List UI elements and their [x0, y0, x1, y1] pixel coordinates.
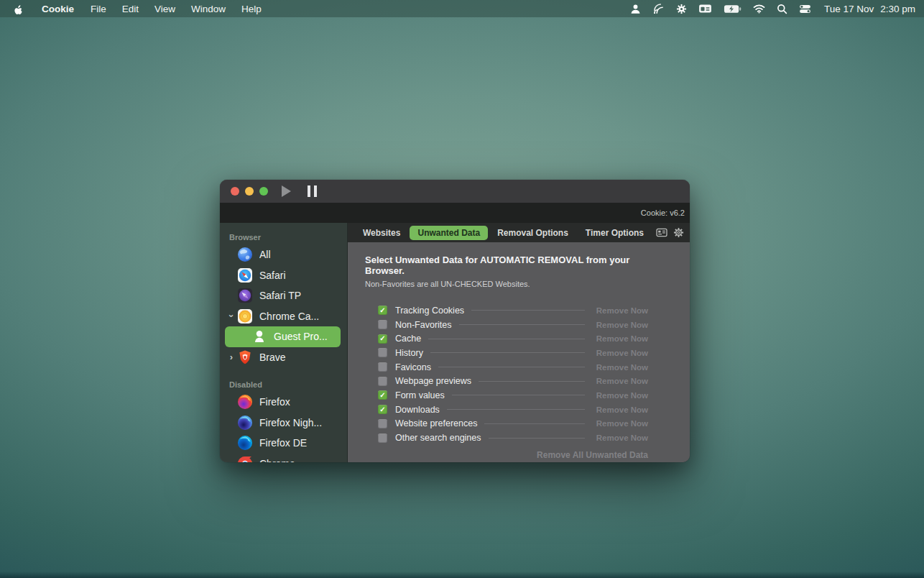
- sidebar-item-brave[interactable]: › Brave: [220, 347, 347, 368]
- checkbox[interactable]: [378, 434, 387, 443]
- menubar-clock[interactable]: Tue 17 Nov 2:30 pm: [817, 4, 915, 14]
- sidebar-item-chrome-partial[interactable]: Chrome: [220, 454, 347, 463]
- sidebar-item-firefox-nightly[interactable]: Firefox Nigh...: [220, 413, 347, 434]
- sidebar-item-safari-tp[interactable]: Safari TP: [220, 285, 347, 306]
- sidebar-item-label: Safari TP: [259, 290, 301, 301]
- sidebar-item-safari[interactable]: Safari: [220, 265, 347, 286]
- now-playing-icon[interactable]: [693, 0, 718, 17]
- row-label: History: [395, 348, 423, 358]
- menubar-left: Cookie File Edit View Window Help: [0, 0, 269, 17]
- tab-unwanted-data[interactable]: Unwanted Data: [410, 226, 488, 240]
- row-separator-line: [471, 310, 585, 311]
- row-separator-line: [438, 367, 585, 367]
- checkbox[interactable]: [378, 348, 387, 357]
- data-row-webpage-previews: Webpage previews Remove Now: [378, 374, 648, 388]
- checkbox[interactable]: [378, 377, 387, 386]
- play-icon[interactable]: [282, 185, 291, 197]
- remove-now-button[interactable]: Remove Now: [592, 306, 648, 315]
- sidebar-item-label: Guest Pro...: [274, 331, 328, 342]
- menubar-status-area: Tue 17 Nov 2:30 pm: [624, 0, 924, 17]
- remove-now-button[interactable]: Remove Now: [592, 434, 648, 442]
- checkbox[interactable]: [378, 362, 387, 372]
- sidebar-item-firefox-de[interactable]: Firefox DE: [220, 433, 347, 454]
- remove-now-button[interactable]: Remove Now: [592, 419, 648, 428]
- apple-icon: [14, 4, 23, 14]
- menu-view[interactable]: View: [147, 4, 183, 14]
- menu-file[interactable]: File: [83, 4, 114, 14]
- gear-icon[interactable]: [670, 0, 693, 17]
- remove-now-button[interactable]: Remove Now: [592, 405, 648, 414]
- row-label: Form values: [395, 390, 445, 400]
- tab-timer-options[interactable]: Timer Options: [578, 226, 652, 240]
- list-view-icon[interactable]: [656, 228, 667, 237]
- pause-icon[interactable]: [308, 185, 317, 197]
- remove-now-button[interactable]: Remove Now: [592, 363, 648, 372]
- data-row-non-favorites: Non-Favorites Remove Now: [378, 318, 648, 332]
- cookie-app-window: Cookie: v6.2 Browser All Safari: [220, 180, 690, 462]
- window-titlebar[interactable]: [220, 180, 690, 203]
- apple-menu[interactable]: [0, 4, 33, 14]
- sidebar-section-disabled: Disabled: [220, 378, 347, 392]
- clock-time: 2:30 pm: [880, 4, 915, 14]
- row-separator-line: [459, 324, 586, 325]
- remove-now-button[interactable]: Remove Now: [592, 334, 648, 343]
- sidebar-item-chrome-canary[interactable]: › Chrome Ca...: [220, 306, 347, 327]
- checkbox[interactable]: [378, 405, 387, 414]
- main-panel: Websites Unwanted Data Removal Options T…: [348, 223, 690, 462]
- row-label: Other search engines: [395, 433, 481, 443]
- data-row-downloads: Downloads Remove Now: [378, 403, 648, 417]
- row-label: Favicons: [395, 362, 431, 372]
- chevron-expanded-icon[interactable]: ›: [226, 312, 237, 321]
- control-center-icon[interactable]: [793, 0, 817, 17]
- sidebar-item-all[interactable]: All: [220, 244, 347, 265]
- checkbox[interactable]: [378, 419, 387, 428]
- sidebar-item-guest-profile[interactable]: Guest Pro...: [225, 326, 341, 347]
- data-row-other-search-engines: Other search engines Remove Now: [378, 431, 648, 445]
- checkbox[interactable]: [378, 390, 387, 400]
- remove-now-button[interactable]: Remove Now: [592, 321, 648, 329]
- data-row-website-preferences: Website preferences Remove Now: [378, 417, 648, 431]
- version-strip: Cookie: v6.2: [220, 203, 690, 223]
- tab-websites[interactable]: Websites: [355, 226, 408, 240]
- chrome-canary-icon: [237, 308, 253, 324]
- menu-edit[interactable]: Edit: [114, 4, 147, 14]
- panel-heading: Select Unwanted Data for AUTOMATIC REMOV…: [365, 254, 648, 276]
- checkbox[interactable]: [378, 320, 387, 329]
- row-label: Downloads: [395, 405, 440, 415]
- signal-waves-icon[interactable]: [647, 0, 670, 17]
- row-separator-line: [489, 438, 585, 439]
- remove-now-button[interactable]: Remove Now: [592, 349, 648, 357]
- user-icon[interactable]: [624, 0, 647, 17]
- settings-gear-icon[interactable]: [673, 227, 684, 238]
- data-row-cache: Cache Remove Now: [378, 331, 648, 346]
- tab-removal-options[interactable]: Removal Options: [489, 226, 576, 240]
- chrome-icon: [237, 456, 253, 462]
- row-separator-line: [428, 339, 585, 339]
- checkbox[interactable]: [378, 306, 387, 315]
- remove-now-button[interactable]: Remove Now: [592, 391, 648, 400]
- sidebar-item-label: Brave: [259, 352, 286, 363]
- firefox-nightly-icon: [237, 415, 253, 431]
- wifi-icon[interactable]: [747, 0, 771, 17]
- sidebar-item-firefox[interactable]: Firefox: [220, 392, 347, 413]
- search-icon[interactable]: [771, 0, 793, 17]
- battery-charging-icon[interactable]: [718, 0, 747, 17]
- remove-now-button[interactable]: Remove Now: [592, 377, 648, 385]
- sidebar-item-label: Firefox: [259, 396, 290, 408]
- row-label: Tracking Cookies: [395, 306, 464, 316]
- checkbox[interactable]: [378, 334, 387, 344]
- menu-window[interactable]: Window: [183, 4, 234, 14]
- menubar: Cookie File Edit View Window Help: [0, 0, 924, 17]
- data-row-history: History Remove Now: [378, 346, 648, 360]
- traffic-lights: [231, 187, 268, 196]
- browser-sidebar: Browser All Safari Safari TP: [220, 223, 348, 462]
- menu-help[interactable]: Help: [234, 4, 269, 14]
- zoom-button[interactable]: [259, 187, 268, 196]
- brave-icon: [237, 349, 253, 365]
- chevron-collapsed-icon[interactable]: ›: [227, 352, 236, 362]
- close-button[interactable]: [231, 187, 239, 196]
- minimize-button[interactable]: [245, 187, 254, 196]
- remove-all-unwanted-data-button[interactable]: Remove All Unwanted Data: [365, 450, 648, 460]
- sidebar-item-label: Chrome Ca...: [259, 311, 319, 322]
- menu-app-name[interactable]: Cookie: [33, 4, 83, 14]
